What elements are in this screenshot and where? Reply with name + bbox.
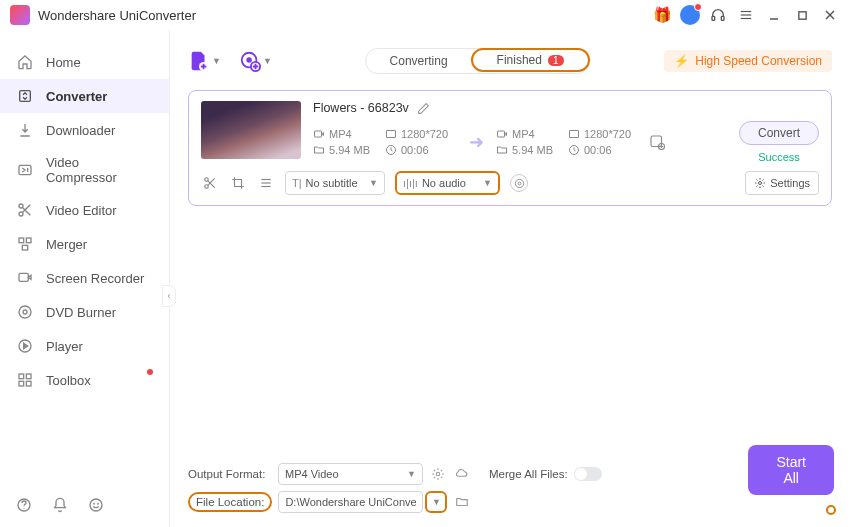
bell-icon[interactable] [52, 497, 70, 515]
sidebar-item-label: Player [46, 339, 83, 354]
svg-rect-0 [712, 16, 715, 20]
minimize-button[interactable] [764, 5, 784, 25]
trim-icon[interactable] [201, 174, 219, 192]
subtitle-select[interactable]: T| No subtitle ▼ [285, 171, 385, 195]
settings-label: Settings [770, 177, 810, 189]
file-name: Flowers - 66823v [313, 101, 409, 115]
folder-icon [496, 144, 508, 156]
tab-finished[interactable]: Finished 1 [471, 48, 590, 72]
sidebar-item-toolbox[interactable]: Toolbox [0, 363, 169, 397]
chevron-down-icon: ▼ [407, 469, 416, 479]
chevron-down-icon: ▼ [263, 56, 272, 66]
play-icon [16, 337, 34, 355]
cloud-icon[interactable] [453, 467, 469, 481]
chevron-down-icon: ▼ [483, 178, 492, 188]
output-format-select[interactable]: MP4 Video ▼ [278, 463, 423, 485]
bolt-icon: ⚡ [674, 54, 689, 68]
audio-value: No audio [422, 177, 466, 189]
app-logo [10, 5, 30, 25]
chevron-down-icon: ▼ [369, 178, 378, 188]
subtitle-value: No subtitle [306, 177, 358, 189]
video-thumbnail[interactable] [201, 101, 301, 159]
user-avatar[interactable] [680, 5, 700, 25]
collapse-handle[interactable]: ‹ [162, 285, 176, 307]
sidebar-item-home[interactable]: Home [0, 45, 169, 79]
record-icon [16, 269, 34, 287]
svg-rect-39 [570, 131, 579, 138]
sidebar-item-player[interactable]: Player [0, 329, 169, 363]
resolution-icon [568, 128, 580, 140]
sidebar-item-editor[interactable]: Video Editor [0, 193, 169, 227]
open-folder-icon[interactable] [451, 491, 473, 513]
maximize-button[interactable] [792, 5, 812, 25]
clock-icon [385, 144, 397, 156]
svg-rect-22 [19, 374, 24, 379]
svg-rect-16 [26, 238, 31, 243]
spec-format: MP4 [512, 128, 535, 140]
edit-name-icon[interactable] [417, 102, 430, 115]
svg-rect-38 [498, 131, 505, 137]
sidebar-item-label: Home [46, 55, 81, 70]
crop-icon[interactable] [229, 174, 247, 192]
close-button[interactable] [820, 5, 840, 25]
more-icon[interactable] [257, 174, 275, 192]
info-icon[interactable] [510, 174, 528, 192]
sidebar-item-downloader[interactable]: Downloader [0, 113, 169, 147]
titlebar: Wondershare UniConverter 🎁 [0, 0, 850, 30]
converter-icon [16, 87, 34, 105]
help-icon[interactable] [16, 497, 34, 515]
spec-dur: 00:06 [584, 144, 612, 156]
sidebar: Home Converter Downloader Video Compress… [0, 30, 170, 527]
cloud-settings-icon[interactable] [431, 467, 445, 481]
file-location-input[interactable]: D:\Wondershare UniConverter 1 [278, 491, 423, 513]
high-speed-button[interactable]: ⚡ High Speed Conversion [664, 50, 832, 72]
add-file-button[interactable]: ▼ [188, 50, 221, 72]
svg-point-43 [205, 178, 209, 182]
merge-toggle[interactable] [574, 467, 602, 481]
hsc-label: High Speed Conversion [695, 54, 822, 68]
svg-point-33 [247, 58, 251, 62]
output-format-label: Output Format: [188, 468, 278, 480]
svg-rect-6 [798, 11, 805, 18]
resolution-icon [385, 128, 397, 140]
tab-label: Finished [497, 53, 542, 67]
convert-button[interactable]: Convert [739, 121, 819, 145]
file-location-dropdown[interactable]: ▼ [425, 491, 447, 513]
svg-point-19 [19, 306, 31, 318]
sidebar-item-recorder[interactable]: Screen Recorder [0, 261, 169, 295]
svg-rect-23 [26, 374, 31, 379]
headset-icon[interactable] [708, 5, 728, 25]
svg-rect-35 [315, 131, 322, 137]
compress-icon [16, 161, 34, 179]
tool-row: ▼ ▼ Converting Finished 1 ⚡ High Speed C… [188, 40, 832, 82]
gift-icon[interactable]: 🎁 [652, 5, 672, 25]
gear-icon [754, 177, 766, 189]
sidebar-item-converter[interactable]: Converter [0, 79, 169, 113]
scissors-icon [16, 201, 34, 219]
audio-select[interactable]: ı|ı|ı No audio ▼ [395, 171, 500, 195]
sidebar-item-label: Screen Recorder [46, 271, 144, 286]
sidebar-item-merger[interactable]: Merger [0, 227, 169, 261]
svg-point-11 [19, 204, 23, 208]
menu-icon[interactable] [736, 5, 756, 25]
feedback-icon[interactable] [88, 497, 106, 515]
file-location-value: D:\Wondershare UniConverter 1 [285, 496, 416, 508]
video-icon [496, 128, 508, 140]
sidebar-item-label: Video Editor [46, 203, 117, 218]
start-all-button[interactable]: Start All [748, 445, 834, 495]
sidebar-item-label: Converter [46, 89, 107, 104]
arrow-icon: ➜ [469, 131, 484, 153]
finished-badge: 1 [548, 55, 564, 66]
svg-point-28 [90, 499, 102, 511]
spec-format: MP4 [329, 128, 352, 140]
target-settings-icon[interactable] [648, 133, 666, 151]
sidebar-item-compressor[interactable]: Video Compressor [0, 147, 169, 193]
sidebar-item-label: DVD Burner [46, 305, 116, 320]
tab-converting[interactable]: Converting [366, 49, 472, 73]
svg-point-12 [19, 212, 23, 216]
settings-button[interactable]: Settings [745, 171, 819, 195]
output-format-value: MP4 Video [285, 468, 339, 480]
sidebar-item-dvd[interactable]: DVD Burner [0, 295, 169, 329]
sidebar-item-label: Toolbox [46, 373, 91, 388]
add-dvd-button[interactable]: ▼ [239, 50, 272, 72]
